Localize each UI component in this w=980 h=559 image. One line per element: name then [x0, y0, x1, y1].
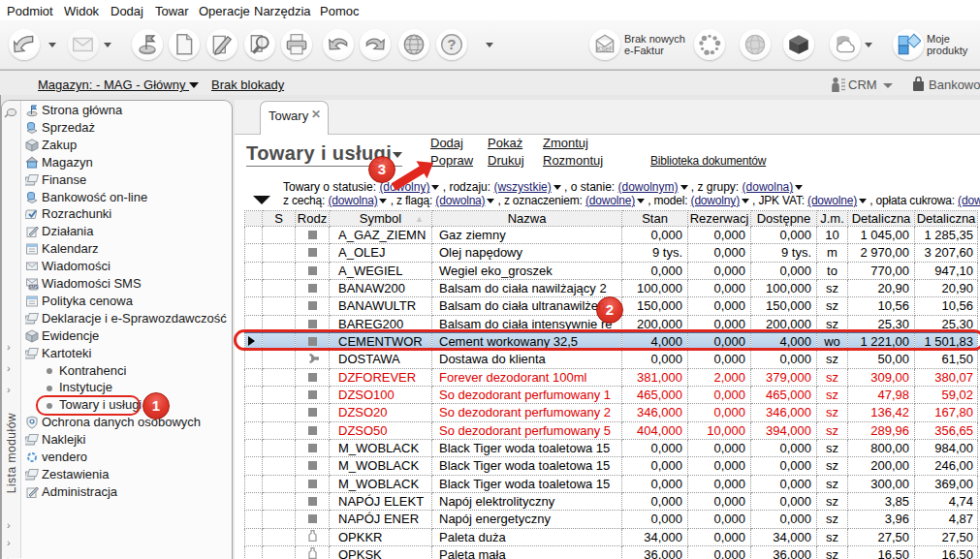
- svg-text:?: ?: [447, 36, 456, 52]
- svg-text:SMS: SMS: [29, 285, 39, 290]
- svg-text:KSeF: KSeF: [596, 45, 612, 51]
